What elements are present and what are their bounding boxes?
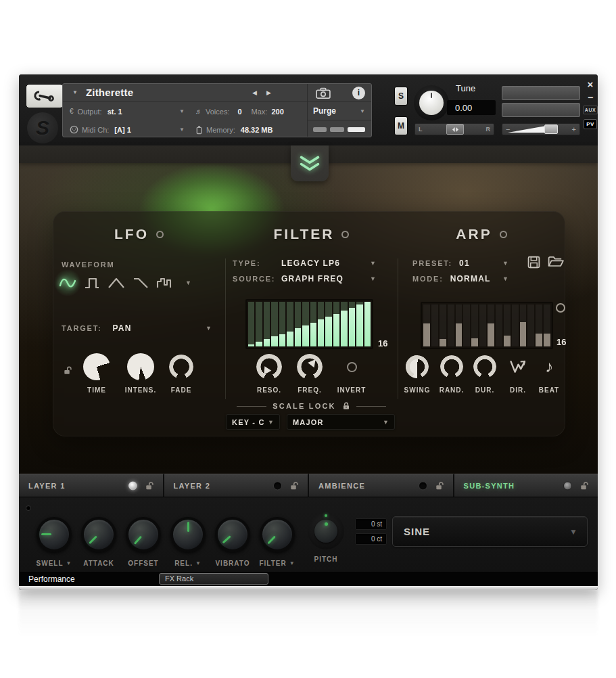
- preset-dropdown-icon[interactable]: ▼: [502, 260, 508, 267]
- graph-step-bar[interactable]: [256, 302, 262, 346]
- arp-power-led[interactable]: [500, 231, 507, 238]
- layer-lock-icon[interactable]: [435, 481, 445, 490]
- layer-active-led[interactable]: [563, 481, 572, 490]
- filter-resonance-knob[interactable]: RESO.: [250, 353, 288, 394]
- arp-step-graph[interactable]: [421, 302, 553, 349]
- source-dropdown-icon[interactable]: ▼: [370, 275, 376, 282]
- knob-dial[interactable]: [126, 517, 161, 552]
- snapshot-camera-button[interactable]: [313, 86, 333, 99]
- graph-step-bar[interactable]: [536, 304, 542, 346]
- pitch-knob-ring[interactable]: [308, 513, 344, 549]
- arp-random-knob[interactable]: RAND.: [433, 353, 471, 394]
- arp-duration-knob[interactable]: DUR.: [466, 353, 504, 394]
- knob-vibrato[interactable]: VIBRATO: [210, 517, 255, 567]
- layer-tab-sub-synth[interactable]: SUB-SYNTH: [454, 474, 598, 497]
- output-dropdown-icon[interactable]: ▼: [179, 108, 185, 114]
- wrench-edit-button[interactable]: [26, 84, 64, 108]
- fade-knob-dial[interactable]: [169, 355, 193, 379]
- next-instrument-button[interactable]: ▶: [266, 89, 271, 96]
- layer-lock-icon[interactable]: [145, 481, 155, 490]
- layer-active-led[interactable]: [273, 481, 282, 490]
- arp-beat-control[interactable]: ♪ BEAT: [530, 353, 568, 394]
- filter-frequency-knob[interactable]: FREQ.: [291, 353, 329, 394]
- knob-dial[interactable]: [81, 517, 116, 552]
- volume-slider[interactable]: − +: [502, 123, 580, 135]
- midi-dropdown-icon[interactable]: ▼: [179, 127, 185, 133]
- graph-step-bar[interactable]: [264, 302, 270, 346]
- graph-step-bar[interactable]: [295, 302, 301, 346]
- preset-load-button[interactable]: [548, 256, 564, 268]
- graph-step-bar[interactable]: [248, 302, 254, 346]
- lfo-power-led[interactable]: [156, 231, 164, 238]
- solo-button[interactable]: S: [394, 87, 408, 106]
- target-dropdown-icon[interactable]: ▼: [206, 325, 212, 332]
- output-select[interactable]: € Output: st. 1 ▼: [70, 102, 185, 120]
- knob-dropdown-arrow-icon[interactable]: ▼: [66, 560, 72, 566]
- filter-power-led[interactable]: [341, 231, 349, 238]
- layer-active-led[interactable]: [419, 481, 427, 490]
- intensity-knob-dial[interactable]: [127, 353, 154, 380]
- saw-wave-icon[interactable]: [131, 273, 151, 292]
- volume-minus-icon[interactable]: −: [506, 125, 510, 133]
- graph-step-bar[interactable]: [341, 302, 347, 346]
- graph-step-bar[interactable]: [431, 304, 438, 346]
- pv-button[interactable]: PV: [584, 119, 597, 129]
- knob-dial[interactable]: [215, 517, 250, 552]
- layer-lock-icon[interactable]: [290, 481, 300, 490]
- graph-step-bar[interactable]: [479, 304, 486, 346]
- swing-knob-dial[interactable]: [406, 355, 429, 378]
- graph-step-bar[interactable]: [423, 304, 430, 346]
- layer-active-led[interactable]: [128, 481, 137, 490]
- graph-step-bar[interactable]: [302, 302, 308, 346]
- mode-dropdown-icon[interactable]: ▼: [502, 275, 508, 282]
- filter-step-graph[interactable]: [245, 299, 373, 349]
- scale-key-select[interactable]: KEY - C ▼: [226, 414, 280, 430]
- random-knob-dial[interactable]: [440, 355, 463, 378]
- knob-rel[interactable]: REL.▼: [166, 517, 210, 567]
- graph-step-bar[interactable]: [287, 302, 293, 346]
- knob-dial[interactable]: [37, 517, 72, 552]
- graph-step-bar[interactable]: [364, 302, 371, 346]
- tab-performance[interactable]: Performance: [19, 572, 154, 586]
- random-wave-icon[interactable]: [155, 273, 175, 292]
- graph-step-bar[interactable]: [544, 304, 550, 346]
- panel-collapse-tab[interactable]: [291, 145, 329, 181]
- graph-step-bar[interactable]: [504, 304, 511, 346]
- preset-save-button[interactable]: [527, 256, 540, 269]
- graph-step-bar[interactable]: [440, 304, 446, 346]
- arp-swing-knob[interactable]: SWING: [398, 353, 436, 394]
- aux-button[interactable]: AUX: [583, 106, 598, 114]
- graph-step-bar[interactable]: [512, 304, 519, 346]
- filter-type-select[interactable]: TYPE: LEGACY LP6 ▼: [233, 258, 376, 268]
- graph-step-bar[interactable]: [520, 304, 527, 346]
- info-button[interactable]: i: [352, 87, 365, 99]
- volume-plus-icon[interactable]: +: [572, 125, 576, 133]
- knob-dropdown-arrow-icon[interactable]: ▼: [289, 560, 295, 566]
- knob-offset[interactable]: OFFSET: [121, 517, 166, 567]
- arp-mode-select[interactable]: MODE: NORMAL ▼: [412, 274, 508, 284]
- close-button[interactable]: ×: [588, 80, 594, 89]
- filter-source-select[interactable]: SOURCE: GRAPH FREQ ▼: [233, 274, 376, 284]
- minimize-button[interactable]: −: [588, 94, 593, 101]
- graph-step-bar[interactable]: [356, 302, 362, 346]
- layer-tab-layer-1[interactable]: LAYER 1: [19, 474, 164, 497]
- square-wave-icon[interactable]: [82, 273, 102, 292]
- tune-knob[interactable]: [414, 85, 449, 120]
- duration-knob-dial[interactable]: [473, 355, 496, 378]
- scale-type-select[interactable]: MAJOR ▼: [287, 414, 395, 430]
- triangle-wave-icon[interactable]: [106, 273, 126, 292]
- lfo-time-knob[interactable]: TIME: [77, 353, 116, 394]
- knob-dropdown-arrow-icon[interactable]: ▼: [195, 560, 202, 566]
- type-dropdown-icon[interactable]: ▼: [370, 260, 376, 267]
- lfo-fade-knob[interactable]: FADE: [162, 353, 200, 394]
- tab-fx-rack[interactable]: FX Rack: [159, 573, 268, 585]
- layer-tab-ambience[interactable]: AMBIENCE: [309, 474, 454, 497]
- frequency-knob-dial[interactable]: [297, 354, 323, 380]
- lfo-target-select[interactable]: TARGET: PAN ▼: [62, 323, 212, 333]
- instrument-menu-arrow-icon[interactable]: ▼: [72, 89, 78, 95]
- invert-toggle-circle[interactable]: [347, 362, 357, 372]
- pitch-semitone-field[interactable]: 0 st: [355, 518, 387, 530]
- knob-attack[interactable]: ATTACK: [76, 517, 121, 567]
- mute-button[interactable]: M: [394, 116, 408, 135]
- sub-synth-wave-select[interactable]: SINE ▼: [392, 516, 588, 547]
